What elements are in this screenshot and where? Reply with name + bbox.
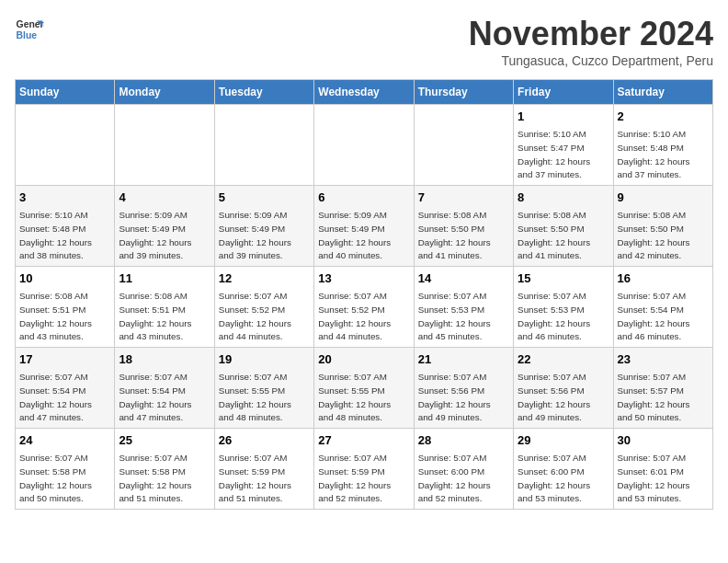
- calendar-day-cell: 10Sunrise: 5:08 AM Sunset: 5:51 PM Dayli…: [16, 267, 115, 348]
- day-number: 16: [618, 270, 709, 287]
- day-info: Sunrise: 5:07 AM Sunset: 5:52 PM Dayligh…: [318, 291, 391, 341]
- calendar-day-cell: 13Sunrise: 5:07 AM Sunset: 5:52 PM Dayli…: [314, 267, 414, 348]
- day-number: 13: [318, 270, 409, 287]
- calendar-day-cell: 22Sunrise: 5:07 AM Sunset: 5:56 PM Dayli…: [514, 348, 613, 429]
- day-number: 5: [219, 190, 310, 206]
- day-info: Sunrise: 5:09 AM Sunset: 5:49 PM Dayligh…: [318, 210, 391, 260]
- day-number: 17: [19, 351, 110, 368]
- calendar-day-cell: 6Sunrise: 5:09 AM Sunset: 5:49 PM Daylig…: [314, 186, 414, 267]
- day-number: 14: [418, 270, 509, 287]
- calendar-day-cell: [115, 105, 214, 186]
- day-number: 9: [618, 190, 709, 206]
- calendar-day-cell: 25Sunrise: 5:07 AM Sunset: 5:58 PM Dayli…: [115, 429, 214, 510]
- day-number: 20: [318, 351, 409, 368]
- calendar-day-cell: 28Sunrise: 5:07 AM Sunset: 6:00 PM Dayli…: [414, 429, 513, 510]
- day-info: Sunrise: 5:08 AM Sunset: 5:51 PM Dayligh…: [119, 291, 191, 341]
- day-info: Sunrise: 5:09 AM Sunset: 5:49 PM Dayligh…: [119, 210, 191, 260]
- day-info: Sunrise: 5:08 AM Sunset: 5:50 PM Dayligh…: [418, 210, 491, 260]
- day-number: 11: [119, 270, 210, 287]
- calendar-day-cell: 4Sunrise: 5:09 AM Sunset: 5:49 PM Daylig…: [115, 186, 214, 267]
- calendar-week-row: 1Sunrise: 5:10 AM Sunset: 5:47 PM Daylig…: [16, 105, 713, 186]
- logo: General Blue: [15, 15, 44, 44]
- day-info: Sunrise: 5:07 AM Sunset: 5:58 PM Dayligh…: [119, 453, 191, 503]
- day-number: 21: [418, 351, 509, 368]
- weekday-header: Sunday: [16, 80, 115, 105]
- day-info: Sunrise: 5:07 AM Sunset: 5:55 PM Dayligh…: [219, 372, 291, 422]
- day-info: Sunrise: 5:10 AM Sunset: 5:47 PM Dayligh…: [518, 129, 590, 179]
- day-info: Sunrise: 5:07 AM Sunset: 5:58 PM Dayligh…: [19, 453, 92, 503]
- svg-text:Blue: Blue: [17, 30, 38, 40]
- calendar-day-cell: 9Sunrise: 5:08 AM Sunset: 5:50 PM Daylig…: [613, 186, 712, 267]
- calendar-day-cell: 20Sunrise: 5:07 AM Sunset: 5:55 PM Dayli…: [314, 348, 414, 429]
- calendar-day-cell: 30Sunrise: 5:07 AM Sunset: 6:01 PM Dayli…: [613, 429, 712, 510]
- day-info: Sunrise: 5:07 AM Sunset: 6:01 PM Dayligh…: [618, 453, 690, 503]
- calendar-day-cell: 1Sunrise: 5:10 AM Sunset: 5:47 PM Daylig…: [514, 105, 613, 186]
- day-info: Sunrise: 5:07 AM Sunset: 6:00 PM Dayligh…: [418, 453, 491, 503]
- day-info: Sunrise: 5:07 AM Sunset: 5:54 PM Dayligh…: [119, 372, 191, 422]
- calendar-day-cell: 7Sunrise: 5:08 AM Sunset: 5:50 PM Daylig…: [414, 186, 513, 267]
- day-number: 27: [318, 432, 409, 449]
- day-info: Sunrise: 5:07 AM Sunset: 5:56 PM Dayligh…: [518, 372, 590, 422]
- day-number: 15: [518, 270, 609, 287]
- day-info: Sunrise: 5:07 AM Sunset: 5:52 PM Dayligh…: [219, 291, 291, 341]
- day-info: Sunrise: 5:07 AM Sunset: 5:57 PM Dayligh…: [618, 372, 690, 422]
- day-number: 23: [618, 351, 709, 368]
- day-info: Sunrise: 5:07 AM Sunset: 5:55 PM Dayligh…: [318, 372, 391, 422]
- calendar-day-cell: 23Sunrise: 5:07 AM Sunset: 5:57 PM Dayli…: [613, 348, 712, 429]
- day-number: 30: [618, 432, 709, 449]
- calendar-day-cell: 18Sunrise: 5:07 AM Sunset: 5:54 PM Dayli…: [115, 348, 214, 429]
- calendar-header-row: SundayMondayTuesdayWednesdayThursdayFrid…: [16, 80, 713, 105]
- month-year: November 2024: [469, 15, 713, 53]
- day-number: 25: [119, 432, 210, 449]
- calendar-week-row: 10Sunrise: 5:08 AM Sunset: 5:51 PM Dayli…: [16, 267, 713, 348]
- calendar-day-cell: [16, 105, 115, 186]
- calendar-day-cell: 27Sunrise: 5:07 AM Sunset: 5:59 PM Dayli…: [314, 429, 414, 510]
- calendar-week-row: 24Sunrise: 5:07 AM Sunset: 5:58 PM Dayli…: [16, 429, 713, 510]
- calendar-day-cell: 2Sunrise: 5:10 AM Sunset: 5:48 PM Daylig…: [613, 105, 712, 186]
- calendar-day-cell: 11Sunrise: 5:08 AM Sunset: 5:51 PM Dayli…: [115, 267, 214, 348]
- location: Tungasuca, Cuzco Department, Peru: [469, 53, 713, 68]
- day-number: 4: [119, 190, 210, 206]
- day-number: 7: [418, 190, 509, 206]
- day-info: Sunrise: 5:07 AM Sunset: 5:56 PM Dayligh…: [418, 372, 491, 422]
- calendar-table: SundayMondayTuesdayWednesdayThursdayFrid…: [15, 79, 713, 510]
- calendar-day-cell: 14Sunrise: 5:07 AM Sunset: 5:53 PM Dayli…: [414, 267, 513, 348]
- calendar-day-cell: [314, 105, 414, 186]
- day-number: 3: [19, 190, 110, 206]
- day-number: 6: [318, 190, 409, 206]
- day-number: 26: [219, 432, 310, 449]
- day-info: Sunrise: 5:08 AM Sunset: 5:51 PM Dayligh…: [19, 291, 92, 341]
- weekday-header: Saturday: [613, 80, 712, 105]
- day-number: 1: [518, 109, 609, 125]
- day-info: Sunrise: 5:07 AM Sunset: 6:00 PM Dayligh…: [518, 453, 590, 503]
- calendar-day-cell: 12Sunrise: 5:07 AM Sunset: 5:52 PM Dayli…: [214, 267, 313, 348]
- calendar-day-cell: 29Sunrise: 5:07 AM Sunset: 6:00 PM Dayli…: [514, 429, 613, 510]
- calendar-day-cell: 19Sunrise: 5:07 AM Sunset: 5:55 PM Dayli…: [214, 348, 313, 429]
- day-info: Sunrise: 5:07 AM Sunset: 5:59 PM Dayligh…: [318, 453, 391, 503]
- day-number: 2: [618, 109, 709, 125]
- weekday-header: Thursday: [414, 80, 513, 105]
- calendar-body: 1Sunrise: 5:10 AM Sunset: 5:47 PM Daylig…: [16, 105, 713, 510]
- calendar-week-row: 3Sunrise: 5:10 AM Sunset: 5:48 PM Daylig…: [16, 186, 713, 267]
- weekday-header: Monday: [115, 80, 214, 105]
- day-number: 19: [219, 351, 310, 368]
- day-number: 28: [418, 432, 509, 449]
- day-number: 10: [19, 270, 110, 287]
- day-number: 12: [219, 270, 310, 287]
- day-number: 29: [518, 432, 609, 449]
- day-info: Sunrise: 5:07 AM Sunset: 5:53 PM Dayligh…: [418, 291, 491, 341]
- calendar-day-cell: [414, 105, 513, 186]
- calendar-day-cell: 24Sunrise: 5:07 AM Sunset: 5:58 PM Dayli…: [16, 429, 115, 510]
- calendar-day-cell: 26Sunrise: 5:07 AM Sunset: 5:59 PM Dayli…: [214, 429, 313, 510]
- day-info: Sunrise: 5:09 AM Sunset: 5:49 PM Dayligh…: [219, 210, 291, 260]
- logo-icon: General Blue: [15, 15, 44, 44]
- day-number: 22: [518, 351, 609, 368]
- day-info: Sunrise: 5:10 AM Sunset: 5:48 PM Dayligh…: [618, 129, 690, 179]
- calendar-day-cell: [214, 105, 313, 186]
- day-info: Sunrise: 5:10 AM Sunset: 5:48 PM Dayligh…: [19, 210, 92, 260]
- day-info: Sunrise: 5:07 AM Sunset: 5:53 PM Dayligh…: [518, 291, 590, 341]
- calendar-day-cell: 8Sunrise: 5:08 AM Sunset: 5:50 PM Daylig…: [514, 186, 613, 267]
- calendar-day-cell: 3Sunrise: 5:10 AM Sunset: 5:48 PM Daylig…: [16, 186, 115, 267]
- weekday-header: Wednesday: [314, 80, 414, 105]
- title-area: November 2024 Tungasuca, Cuzco Departmen…: [469, 15, 713, 68]
